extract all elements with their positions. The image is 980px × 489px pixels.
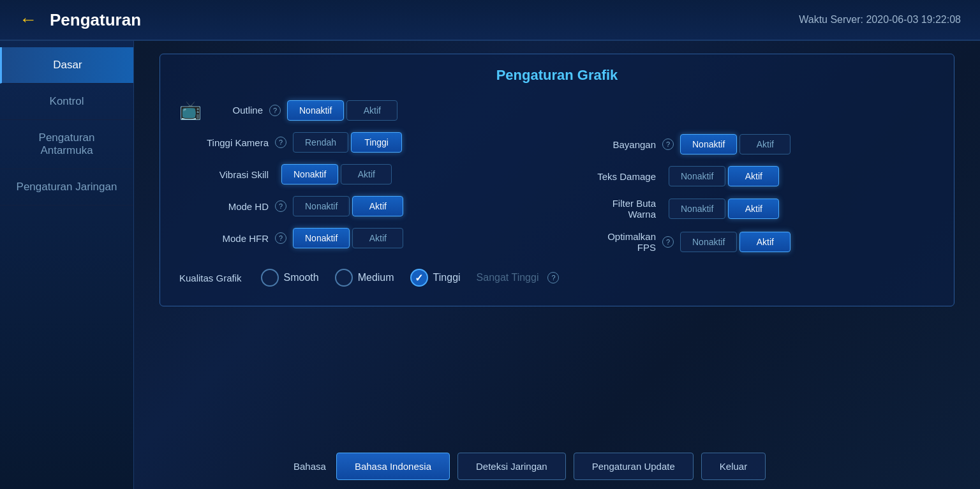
server-time: Waktu Server: 2020-06-03 19:22:08 <box>799 14 961 26</box>
tv-icon: 📺 <box>179 100 202 121</box>
bayangan-label: Bayangan <box>567 139 656 150</box>
teks-damage-label: Teks Damage <box>567 171 656 182</box>
quality-tinggi[interactable]: Tinggi <box>410 269 461 287</box>
mode-hfr-label: Mode HFR <box>179 233 269 244</box>
optimalkan-fps-toggle: Nonaktif Aktif <box>680 232 791 252</box>
outline-toggle: Nonaktif Aktif <box>287 100 397 121</box>
quality-label: Kualitas Grafik <box>179 273 242 283</box>
vibrasi-skill-nonaktif-btn[interactable]: Nonaktif <box>281 164 338 184</box>
left-column: 📺 Outline ? Nonaktif Aktif Tinggi Kamera… <box>179 100 547 253</box>
setting-vibrasi-skill: Vibrasi Skill Nonaktif Aktif <box>179 164 547 184</box>
tinggi-radio[interactable] <box>410 269 428 287</box>
setting-mode-hd: Mode HD ? Nonaktif Aktif <box>179 196 547 216</box>
outline-nonaktif-btn[interactable]: Nonaktif <box>287 100 344 121</box>
optimalkan-fps-help-icon[interactable]: ? <box>662 236 674 248</box>
content-area: Pengaturan Grafik 📺 Outline ? Nonaktif <box>134 41 980 489</box>
teks-damage-aktif-btn[interactable]: Aktif <box>728 166 779 186</box>
filter-buta-warna-aktif-btn[interactable]: Aktif <box>728 199 779 219</box>
graphics-settings-panel: Pengaturan Grafik 📺 Outline ? Nonaktif <box>160 54 954 306</box>
filter-buta-warna-toggle: Nonaktif Aktif <box>669 199 779 219</box>
header-left: ← Pengaturan <box>19 10 141 30</box>
smooth-radio[interactable] <box>261 269 279 287</box>
mode-hfr-nonaktif-btn[interactable]: Nonaktif <box>293 228 350 248</box>
mode-hd-label: Mode HD <box>179 201 269 212</box>
medium-label: Medium <box>358 272 394 283</box>
bahasa-indonesia-btn[interactable]: Bahasa Indonesia <box>336 453 450 480</box>
vibrasi-skill-label: Vibrasi Skill <box>179 169 269 180</box>
setting-tinggi-kamera: Tinggi Kamera ? Rendah Tinggi <box>179 132 547 153</box>
sangat-tinggi-label: Sangat Tinggi <box>477 272 539 283</box>
mode-hfr-aktif-btn[interactable]: Aktif <box>352 228 403 248</box>
header: ← Pengaturan Waktu Server: 2020-06-03 19… <box>0 0 980 41</box>
pengaturan-update-btn[interactable]: Pengaturan Update <box>574 453 694 480</box>
mode-hd-nonaktif-btn[interactable]: Nonaktif <box>293 196 350 216</box>
smooth-label: Smooth <box>284 272 319 283</box>
bayangan-help-icon[interactable]: ? <box>662 139 674 150</box>
setting-teks-damage: Teks Damage Nonaktif Aktif <box>567 166 935 186</box>
page-title: Pengaturan <box>50 10 141 30</box>
sidebar-item-kontrol[interactable]: Kontrol <box>0 84 133 120</box>
sidebar: Dasar Kontrol Pengaturan Antarmuka Penga… <box>0 41 134 489</box>
setting-bayangan: Bayangan ? Nonaktif Aktif <box>567 134 935 154</box>
keluar-btn[interactable]: Keluar <box>701 453 766 480</box>
optimalkan-fps-nonaktif-btn[interactable]: Nonaktif <box>680 232 737 252</box>
panel-title: Pengaturan Grafik <box>179 67 935 84</box>
sidebar-item-dasar[interactable]: Dasar <box>0 47 133 84</box>
back-button[interactable]: ← <box>19 10 37 30</box>
bayangan-aktif-btn[interactable]: Aktif <box>739 134 791 154</box>
sidebar-item-antarmuka[interactable]: Pengaturan Antarmuka <box>0 120 133 169</box>
tinggi-kamera-label: Tinggi Kamera <box>179 137 269 148</box>
main-layout: Dasar Kontrol Pengaturan Antarmuka Penga… <box>0 41 980 489</box>
tinggi-kamera-help-icon[interactable]: ? <box>275 137 286 148</box>
quality-sangat-tinggi: Sangat Tinggi ? <box>477 272 560 283</box>
mode-hd-toggle: Nonaktif Aktif <box>293 196 403 216</box>
bahasa-label: Bahasa <box>293 461 326 472</box>
outline-label: Outline <box>212 105 263 116</box>
mode-hfr-help-icon[interactable]: ? <box>275 232 286 244</box>
optimalkan-fps-aktif-btn[interactable]: Aktif <box>739 232 791 252</box>
setting-outline: 📺 Outline ? Nonaktif Aktif <box>179 100 547 121</box>
setting-mode-hfr: Mode HFR ? Nonaktif Aktif <box>179 228 547 248</box>
tinggi-kamera-rendah-btn[interactable]: Rendah <box>293 132 348 153</box>
filter-buta-warna-label: Filter ButaWarna <box>567 198 656 220</box>
tinggi-label: Tinggi <box>433 272 461 283</box>
vibrasi-skill-toggle: Nonaktif Aktif <box>281 164 392 184</box>
mode-hfr-toggle: Nonaktif Aktif <box>293 228 403 248</box>
outline-help-icon[interactable]: ? <box>269 105 281 116</box>
setting-filter-buta-warna: Filter ButaWarna Nonaktif Aktif <box>567 198 935 220</box>
quality-smooth[interactable]: Smooth <box>261 269 319 287</box>
outline-aktif-btn[interactable]: Aktif <box>346 100 397 121</box>
quality-options: Smooth Medium Tinggi Sangat Tinggi <box>261 269 560 287</box>
optimalkan-fps-label: OptimalkanFPS <box>567 231 656 253</box>
bayangan-nonaktif-btn[interactable]: Nonaktif <box>680 134 737 154</box>
bottom-bar: Bahasa Bahasa Indonesia Deteksi Jaringan… <box>268 444 980 489</box>
setting-optimalkan-fps: OptimalkanFPS ? Nonaktif Aktif <box>567 231 935 253</box>
filter-buta-warna-nonaktif-btn[interactable]: Nonaktif <box>669 199 725 219</box>
sidebar-item-jaringan[interactable]: Pengaturan Jaringan <box>0 169 133 206</box>
mode-hd-help-icon[interactable]: ? <box>275 200 286 212</box>
quality-medium[interactable]: Medium <box>335 269 394 287</box>
teks-damage-nonaktif-btn[interactable]: Nonaktif <box>669 166 725 186</box>
quality-section: Kualitas Grafik Smooth Medium <box>179 259 935 293</box>
vibrasi-skill-aktif-btn[interactable]: Aktif <box>341 164 392 184</box>
sangat-tinggi-help-icon[interactable]: ? <box>547 272 559 283</box>
bayangan-toggle: Nonaktif Aktif <box>680 134 791 154</box>
tinggi-kamera-toggle: Rendah Tinggi <box>293 132 402 153</box>
mode-hd-aktif-btn[interactable]: Aktif <box>352 196 403 216</box>
tinggi-kamera-tinggi-btn[interactable]: Tinggi <box>351 132 402 153</box>
right-column: Bayangan ? Nonaktif Aktif Teks Damage No… <box>567 134 935 253</box>
deteksi-jaringan-btn[interactable]: Deteksi Jaringan <box>457 453 566 480</box>
teks-damage-toggle: Nonaktif Aktif <box>669 166 779 186</box>
medium-radio[interactable] <box>335 269 353 287</box>
